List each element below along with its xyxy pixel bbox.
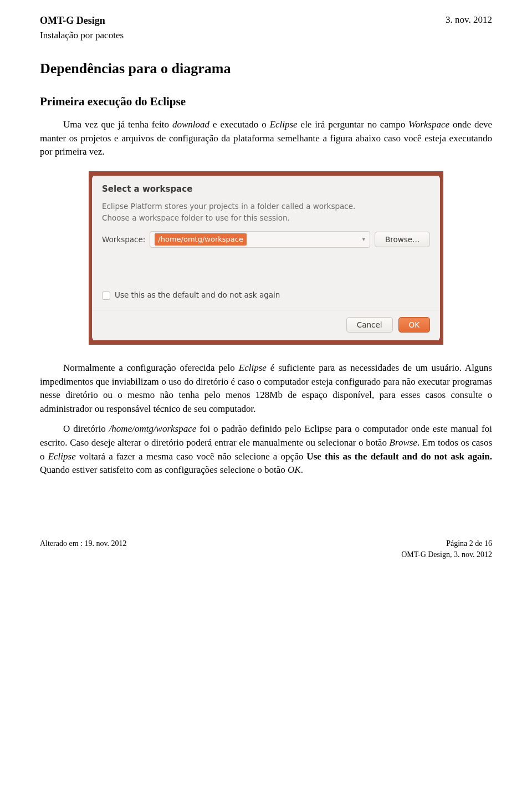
- doc-header-title: OMT-G Design: [40, 13, 105, 28]
- text-italic: download: [172, 119, 209, 130]
- default-checkbox[interactable]: [102, 292, 110, 300]
- browse-button[interactable]: Browse...: [375, 232, 430, 247]
- heading-2: Primeira execução do Eclipse: [40, 93, 492, 110]
- paragraph-2: Normalmente a configuração oferecida pel…: [40, 361, 492, 416]
- text-italic: Eclipse: [270, 119, 298, 130]
- text: .: [301, 464, 303, 475]
- workspace-dialog: Select a workspace Eclipse Platform stor…: [92, 176, 440, 340]
- footer-page-info: Página 2 de 16: [401, 538, 492, 549]
- chevron-down-icon: ▾: [362, 235, 365, 244]
- dialog-description-line-1: Eclipse Platform stores your projects in…: [102, 201, 430, 212]
- dialog-title: Select a workspace: [102, 183, 430, 196]
- text-italic: Browse: [390, 437, 417, 448]
- figure-border: Select a workspace Eclipse Platform stor…: [89, 171, 443, 345]
- heading-1: Dependências para o diagrama: [40, 58, 492, 79]
- doc-header-date: 3. nov. 2012: [446, 13, 492, 28]
- default-checkbox-label: Use this as the default and do not ask a…: [115, 290, 280, 301]
- workspace-selected-path: /home/omtg/workspace: [155, 233, 247, 246]
- dialog-description-line-2: Choose a workspace folder to use for thi…: [102, 213, 430, 223]
- text: O diretório: [63, 423, 109, 434]
- text-italic: Eclipse: [48, 451, 76, 462]
- text-bold: Use this as the default and do not ask a…: [306, 451, 492, 462]
- paragraph-3: O diretório /home/omtg/workspace foi o p…: [40, 422, 492, 477]
- cancel-button[interactable]: Cancel: [346, 317, 393, 333]
- ok-button[interactable]: OK: [398, 317, 430, 333]
- text: Normalmente a configuração oferecida pel…: [63, 362, 239, 373]
- text-italic: /home/omtg/workspace: [109, 423, 197, 434]
- text: e executado o: [209, 119, 270, 130]
- footer-doc-info: OMT-G Design, 3. nov. 2012: [401, 549, 492, 560]
- doc-header-subtitle: Instalação por pacotes: [40, 29, 492, 43]
- text-italic: Workspace: [408, 119, 449, 130]
- footer-left: Alterado em : 19. nov. 2012: [40, 538, 127, 561]
- text: Quando estiver satisfeito com as configu…: [40, 464, 288, 475]
- page-footer: Alterado em : 19. nov. 2012 Página 2 de …: [40, 538, 492, 561]
- text: ele irá perguntar no campo: [298, 119, 408, 130]
- text-italic: Eclipse: [239, 362, 267, 373]
- paragraph-1: Uma vez que já tenha feito download e ex…: [40, 118, 492, 159]
- workspace-label: Workspace:: [102, 234, 145, 246]
- workspace-combobox[interactable]: /home/omtg/workspace ▾: [150, 231, 370, 248]
- text: Uma vez que já tenha feito: [63, 119, 172, 130]
- text: voltará a fazer a mesma caso você não se…: [76, 451, 307, 462]
- figure-workspace-dialog: Select a workspace Eclipse Platform stor…: [40, 171, 492, 345]
- text-italic: OK: [288, 464, 301, 475]
